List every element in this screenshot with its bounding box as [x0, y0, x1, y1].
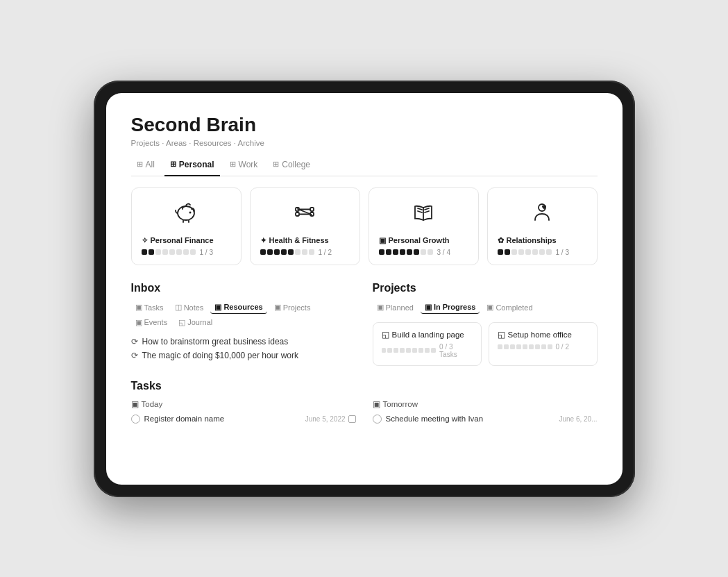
completed-icon: ▣	[486, 303, 493, 312]
area-card-personal-growth[interactable]: ▣ Personal Growth 3 / 4	[369, 187, 479, 265]
inbox-tab-journal[interactable]: ◱ Journal	[174, 317, 217, 328]
tasks-tomorrow-label: ▣ Tomorrow	[373, 399, 598, 409]
growth-icon: ▣	[379, 236, 386, 245]
health-fitness-progress: 1 / 2	[260, 249, 332, 256]
inbox-item-1[interactable]: ⟳ How to brainstorm great business ideas	[131, 337, 356, 346]
tasks-tomorrow-group: ▣ Tomorrow Schedule meeting with Ivan Ju…	[373, 399, 598, 426]
tasks-tab-icon: ▣	[135, 303, 142, 312]
book-open-icon	[379, 199, 468, 229]
tab-personal[interactable]: ⊞ Personal	[164, 157, 220, 176]
area-card-personal-finance[interactable]: ✧ Personal Finance 1 / 3	[131, 187, 242, 265]
page-title: Second Brain	[131, 114, 598, 136]
tomorrow-calendar-icon: ▣	[373, 399, 380, 409]
date-icon-1	[348, 415, 356, 423]
inbox-tab-tasks[interactable]: ▣ Tasks	[131, 301, 168, 314]
inprogress-icon: ▣	[425, 303, 432, 312]
inbox-tab-notes[interactable]: ◫ Notes	[171, 301, 208, 314]
two-col-section: Inbox ▣ Tasks ◫ Notes ▣ Resources	[131, 282, 598, 366]
project-card-office[interactable]: ◱ Setup home office	[489, 322, 598, 366]
projects-tab-icon: ▣	[274, 303, 281, 312]
task-checkbox-1[interactable]	[131, 415, 140, 424]
inbox-item-2[interactable]: ⟳ The magic of doing $10,000 per hour wo…	[131, 351, 356, 360]
projects-sub-tabs: ▣ Planned ▣ In Progress ▣ Completed	[373, 301, 598, 314]
inbox-tab-resources[interactable]: ▣ Resources	[210, 301, 266, 314]
file-icon-landing: ◱	[382, 330, 389, 340]
projects-title: Projects	[373, 282, 598, 294]
breadcrumb-resources[interactable]: Resources	[194, 139, 232, 147]
relationships-icon: ✿	[498, 236, 504, 245]
task-item-2[interactable]: Schedule meeting with Ivan June 6, 20...	[373, 415, 598, 424]
inbox-tab-events[interactable]: ▣ Events	[131, 317, 172, 328]
task-item-1[interactable]: Register domain name June 5, 2022	[131, 415, 356, 424]
notes-tab-icon: ◫	[175, 303, 182, 312]
tab-work[interactable]: ⊞ Work	[224, 157, 264, 176]
file-icon-office: ◱	[498, 330, 505, 340]
tasks-columns: ▣ Today Register domain name June 5, 202…	[131, 399, 598, 426]
breadcrumb-areas[interactable]: Areas	[166, 139, 187, 147]
dumbbell-icon	[260, 199, 350, 229]
personal-finance-progress: 1 / 3	[142, 249, 213, 256]
piggy-bank-icon	[142, 199, 231, 229]
fitness-icon: ✦	[260, 236, 266, 245]
project-card-landing[interactable]: ◱ Build a landing page	[373, 322, 482, 366]
area-name-relationships: ✿ Relationships	[498, 236, 557, 245]
area-card-relationships[interactable]: ✿ Relationships 1 / 3	[487, 187, 598, 265]
relationships-progress: 1 / 3	[498, 249, 569, 256]
main-tabs: ⊞ All ⊞ Personal ⊞ Work ⊞ College	[131, 157, 598, 176]
area-name-personal-growth: ▣ Personal Growth	[379, 236, 450, 245]
project-office-name: ◱ Setup home office	[498, 330, 589, 340]
inbox-title: Inbox	[131, 282, 356, 294]
areas-grid: ✧ Personal Finance 1 / 3	[131, 187, 598, 265]
project-landing-name: ◱ Build a landing page	[382, 330, 473, 340]
finance-icon: ✧	[142, 236, 148, 245]
tablet-frame: Second Brain Projects · Areas · Resource…	[94, 81, 635, 497]
projects-tab-planned[interactable]: ▣ Planned	[373, 301, 418, 314]
projects-grid: ◱ Build a landing page	[373, 322, 598, 366]
breadcrumb-projects[interactable]: Projects	[131, 139, 160, 147]
tab-college[interactable]: ⊞ College	[267, 157, 316, 176]
svg-point-1	[189, 211, 192, 213]
planned-icon: ▣	[377, 303, 384, 312]
today-calendar-icon: ▣	[131, 399, 139, 409]
personal-growth-progress: 3 / 4	[379, 249, 450, 256]
tasks-today-group: ▣ Today Register domain name June 5, 202…	[131, 399, 356, 426]
project-office-progress: 0 / 2	[498, 343, 589, 351]
project-landing-progress: 0 / 3 Tasks	[382, 343, 473, 358]
projects-section: Projects ▣ Planned ▣ In Progress ▣ Compl…	[373, 282, 598, 366]
tasks-section: Tasks ▣ Today Register domain name	[131, 380, 598, 426]
journal-tab-icon: ◱	[178, 318, 185, 327]
tablet-screen: Second Brain Projects · Areas · Resource…	[106, 93, 623, 485]
task-date-1: June 5, 2022	[305, 415, 356, 423]
events-tab-icon: ▣	[135, 318, 142, 327]
inbox-tab-projects[interactable]: ▣ Projects	[270, 301, 315, 314]
area-name-health-fitness: ✦ Health & Fitness	[260, 236, 329, 245]
inbox-sub-tabs: ▣ Tasks ◫ Notes ▣ Resources ▣ Projects	[131, 301, 356, 328]
area-card-health-fitness[interactable]: ✦ Health & Fitness 1 / 2	[250, 187, 360, 265]
grid-icon-college: ⊞	[273, 160, 279, 169]
breadcrumb: Projects · Areas · Resources · Archive	[131, 139, 598, 147]
breadcrumb-archive[interactable]: Archive	[238, 139, 264, 147]
tab-all[interactable]: ⊞ All	[131, 157, 160, 176]
task-date-2: June 6, 20...	[559, 415, 597, 423]
task-checkbox-2[interactable]	[373, 415, 382, 424]
area-name-personal-finance: ✧ Personal Finance	[142, 236, 214, 245]
projects-tab-inprogress[interactable]: ▣ In Progress	[421, 301, 480, 314]
projects-tab-completed[interactable]: ▣ Completed	[482, 301, 536, 314]
grid-icon-work: ⊞	[230, 160, 236, 169]
person-heart-icon	[498, 199, 587, 229]
tasks-today-label: ▣ Today	[131, 399, 356, 409]
link-icon-2: ⟳	[131, 351, 138, 360]
resources-tab-icon: ▣	[214, 303, 221, 312]
inbox-section: Inbox ▣ Tasks ◫ Notes ▣ Resources	[131, 282, 356, 366]
link-icon-1: ⟳	[131, 337, 138, 346]
grid-icon-all: ⊞	[137, 160, 143, 169]
tasks-title: Tasks	[131, 380, 598, 392]
grid-icon-personal: ⊞	[170, 160, 176, 169]
